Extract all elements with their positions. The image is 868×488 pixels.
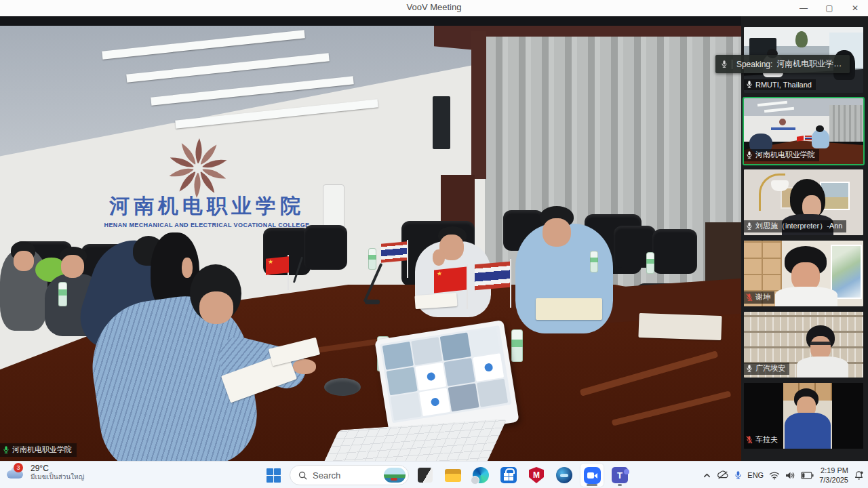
taskbar-clock[interactable]: 2:19 PM 7/3/2025 [819,466,848,485]
participant-tile-interpreter[interactable]: 刘思施（interpreter）-Ann [744,169,863,235]
volume-icon[interactable] [785,471,795,480]
weather-text: 29°C มีเมฆเป็นส่วนใหญ่ [31,464,84,481]
taskbar-app-edge[interactable] [469,464,492,487]
water-bottle [58,282,67,306]
edge-profile-avatar [471,476,479,485]
participant-name: 谢坤 [755,292,770,302]
wall-banner-chinese: 河南机电职业学院 [64,192,349,220]
window-titlebar: VooV Meeting — ▢ ✕ [0,0,868,17]
speaking-name: 河南机电职业学院... [776,58,844,70]
participant-name-tag: RMUTI, Thailand [744,79,816,90]
running-app-indicator [618,484,622,486]
speaking-label: Speaking: [736,60,772,69]
participant-tile-henan[interactable]: 河南机电职业学院 [744,98,863,164]
chair [652,229,697,274]
mic-on-icon [746,364,753,373]
flag-thailand [381,241,407,262]
tray-time: 2:19 PM [819,466,848,475]
tile-scene [795,31,808,47]
flag-pole [407,240,408,278]
window-title: VooV Meeting [0,2,868,12]
minimize-button[interactable]: — [791,0,816,16]
tile-scene [779,119,786,125]
speaking-indicator: Speaking: 河南机电职业学院... [715,55,850,73]
taskbar-app-media[interactable] [414,464,437,487]
tile-scene [810,336,831,359]
language-indicator[interactable]: ENG [747,471,764,479]
tile-scene [816,125,824,132]
blue-circle-app-icon [556,467,572,483]
microsoft-store-icon [500,467,517,483]
person-hand [433,249,445,266]
file-explorer-icon [445,469,461,482]
flag-thailand [475,262,510,291]
tile-scene [797,136,804,141]
desktop: VooV Meeting — ▢ ✕ [0,0,868,488]
system-tray: ENG 2:19 PM 7/3/2025 [703,462,867,488]
taskbar-app-file-explorer[interactable] [441,464,465,487]
taskbar-app-store[interactable] [497,464,520,487]
taskbar-app-teams[interactable]: T [608,464,631,487]
mcafee-shield-icon: M [529,467,544,483]
tile-scene [771,127,795,130]
meeting-window: 河南机电职业学院 HENAN MECHANICAL AND ELECTRICAL… [0,16,868,461]
taskbar-app-voov[interactable] [580,464,604,487]
maximize-button[interactable]: ▢ [816,0,842,16]
water-bottle [590,251,598,272]
search-placeholder: Search [313,470,378,481]
taskbar: 3 29°C มีเมฆเป็นส่วนใหญ่ Search [0,461,868,488]
flag-china: ★ [266,256,289,275]
weather-condition: มีเมฆเป็นส่วนใหญ่ [31,473,84,481]
speakerphone [324,378,361,396]
participant-name-tag: 刘思施（interpreter）-Ann [744,220,846,232]
tray-date: 7/3/2025 [819,475,848,485]
participant-sidebar: RMUTI, Thailand 河南机电职业 [741,16,868,461]
papers [638,313,722,340]
mic-on-icon [746,150,753,159]
main-video-name: 河南机电职业学院 [12,445,72,455]
main-video[interactable]: 河南机电职业学院 HENAN MECHANICAL AND ELECTRICAL… [0,16,741,461]
notification-bell-icon[interactable] [854,470,864,481]
tile-scene [785,413,831,449]
tile-scene [805,136,812,140]
weather-widget[interactable]: 3 29°C มีเมฆเป็นส่วนใหญ่ [5,464,84,481]
person-figure [182,258,193,278]
participant-name: RMUTI, Thailand [755,81,812,89]
participant-tile-xiekun[interactable]: 谢坤 [744,241,863,306]
weather-cloud-icon: 3 [5,465,26,480]
chair [304,225,347,270]
participant-name: 河南机电职业学院 [755,150,815,160]
wifi-icon[interactable] [769,471,780,480]
search-input[interactable]: Search [290,465,409,485]
floor-lamp [771,180,789,191]
flag-china: ★ [434,266,467,293]
water-bottle [646,252,654,274]
participant-tile-gacaion[interactable]: 广汽埃安 [744,312,863,378]
taskbar-app-mcafee[interactable]: M [525,464,548,487]
edge-icon [473,467,489,483]
onedrive-icon[interactable] [717,470,729,480]
tile-scene [775,287,837,306]
search-highlight-image [384,468,406,483]
mic-on-icon [746,222,753,230]
participant-name-tag: 谢坤 [744,291,774,304]
tray-mic-icon[interactable] [734,470,742,480]
search-icon [298,471,307,480]
wall-column [471,31,486,179]
laptop-meeting-grid [380,325,511,423]
mic-on-icon [746,80,753,89]
active-app-indicator [587,484,597,486]
participant-tile-chelafu[interactable]: 车拉夫 [744,383,863,449]
mic-on-icon [3,445,9,454]
teams-icon: T [612,467,628,483]
start-button[interactable] [262,464,285,487]
taskbar-app-blue-circle[interactable] [553,464,576,487]
media-app-icon [418,468,433,483]
flag-pole [467,264,468,309]
battery-icon[interactable] [801,472,814,479]
participant-name-tag: 广汽埃安 [744,363,789,375]
tray-chevron-icon[interactable] [703,471,711,480]
person-figure [14,251,34,271]
mic-on-icon [721,60,728,68]
close-button[interactable]: ✕ [842,0,868,16]
